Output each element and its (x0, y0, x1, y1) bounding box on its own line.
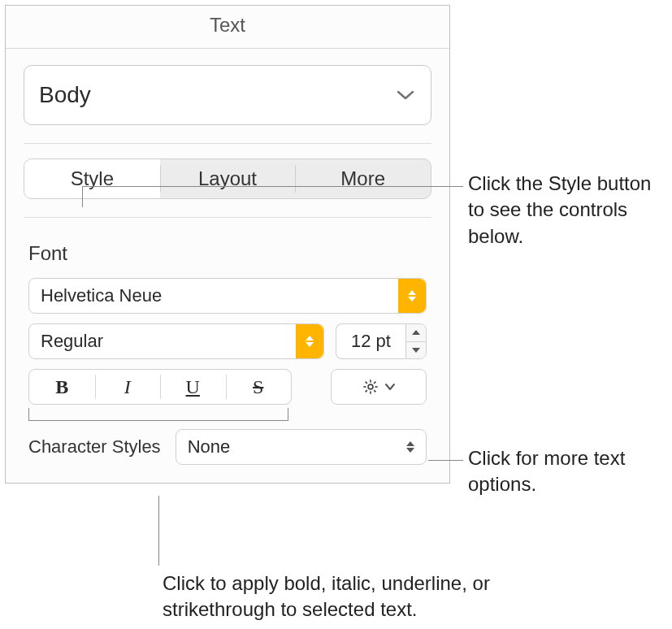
callout-connector (428, 460, 463, 461)
svg-line-8 (366, 390, 367, 392)
tab-more[interactable]: More (295, 159, 431, 198)
font-size-group: 12 pt (336, 323, 427, 359)
chevron-down-icon (384, 383, 396, 391)
font-size-stepper (405, 323, 427, 359)
italic-icon: I (124, 376, 131, 398)
character-styles-label: Character Styles (28, 436, 161, 458)
font-typeface-value: Regular (41, 331, 103, 352)
font-size-decrease[interactable] (406, 341, 426, 359)
underline-button[interactable]: U (160, 370, 226, 404)
font-section: Helvetica Neue Regular 12 pt (6, 270, 449, 483)
popup-stepper-icon (398, 279, 426, 313)
font-size-field[interactable]: 12 pt (336, 323, 405, 359)
inspector-tabs: Style Layout More (24, 158, 431, 199)
chevron-down-icon (397, 89, 414, 101)
text-style-buttons: B I U S (28, 369, 292, 405)
stepper-icon (406, 441, 414, 453)
tab-layout[interactable]: Layout (160, 159, 296, 198)
tab-style[interactable]: Style (24, 159, 160, 198)
chevron-down-icon (412, 348, 420, 353)
font-size-value: 12 pt (351, 331, 391, 352)
font-section-label: Font (6, 218, 449, 270)
popup-stepper-icon (296, 324, 323, 358)
character-style-popup[interactable]: None (176, 429, 427, 465)
paragraph-style-section: Body (6, 49, 449, 144)
tabs-section: Style Layout More (6, 144, 449, 218)
svg-line-6 (374, 390, 375, 392)
font-family-popup[interactable]: Helvetica Neue (28, 278, 427, 314)
font-family-value: Helvetica Neue (41, 285, 162, 306)
font-typeface-popup[interactable]: Regular (28, 323, 324, 359)
bold-icon: B (55, 376, 68, 398)
chevron-up-icon (412, 330, 420, 335)
gear-icon (362, 378, 379, 396)
svg-line-7 (374, 382, 375, 384)
text-format-panel: Text Body Style Layout More Font Helveti… (5, 5, 450, 484)
callout-connector (82, 186, 463, 187)
font-size-increase[interactable] (406, 324, 426, 341)
character-style-value: None (188, 436, 231, 458)
callout-biu: Click to apply bold, italic, underline, … (163, 570, 569, 623)
callout-connector (82, 186, 83, 207)
svg-line-5 (366, 382, 367, 384)
paragraph-style-value: Body (39, 82, 91, 108)
advanced-options-button[interactable] (331, 369, 427, 405)
paragraph-style-popup[interactable]: Body (24, 65, 431, 125)
underline-icon: U (186, 376, 200, 398)
callout-connector (158, 496, 159, 566)
strikethrough-button[interactable]: S (226, 370, 292, 404)
callout-bracket (28, 408, 288, 421)
italic-button[interactable]: I (95, 370, 161, 404)
svg-point-0 (368, 384, 373, 389)
panel-title: Text (6, 6, 449, 49)
callout-gear: Click for more text options. (468, 445, 663, 498)
callout-style-tab: Click the Style button to see the contro… (468, 171, 663, 249)
bold-button[interactable]: B (29, 370, 95, 404)
strikethrough-icon: S (253, 376, 263, 398)
